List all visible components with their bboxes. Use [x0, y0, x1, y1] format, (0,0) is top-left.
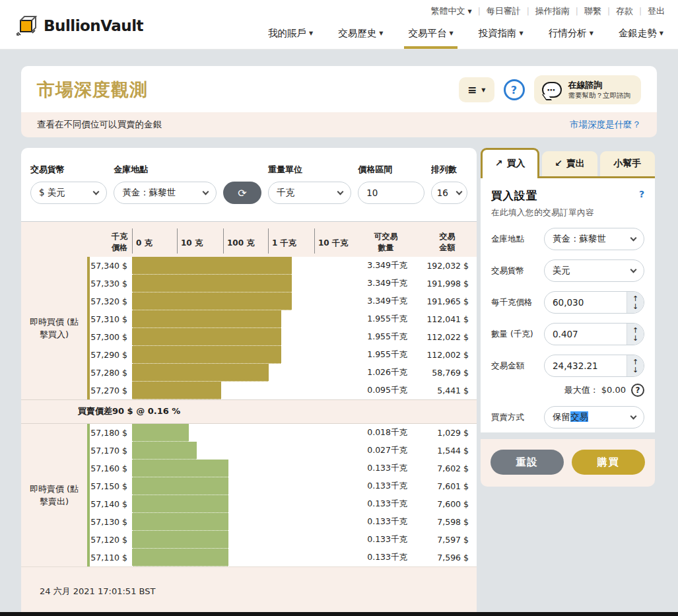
row-price: 57,150 $	[90, 481, 132, 491]
refresh-button[interactable]: ⟳	[223, 182, 261, 204]
row-price: 57,280 $	[90, 368, 132, 378]
vault-select[interactable]: 黃金：蘇黎世	[114, 182, 217, 204]
stepper-up-icon[interactable]: ↑	[632, 327, 638, 334]
utility-link-5[interactable]: 存款	[616, 5, 633, 17]
weight-unit-select[interactable]: 千克	[268, 182, 351, 204]
row-quantity: 0.095千克	[358, 385, 421, 396]
row-quantity: 1.955千克	[358, 331, 421, 343]
depth-bar	[132, 531, 228, 549]
nav-item-3[interactable]: 交易平台▼	[407, 22, 454, 49]
depth-bar	[132, 257, 292, 275]
amount-stepper[interactable]: ↑ ↓	[627, 355, 644, 376]
bar-area	[132, 495, 358, 513]
row-amount: 192,032 $	[421, 261, 477, 271]
max-value-help-button[interactable]: ?	[631, 384, 644, 397]
bar-area	[132, 257, 358, 275]
row-quantity: 3.349千克	[358, 278, 421, 289]
form-amount-label: 交易金額	[491, 360, 544, 372]
depth-row[interactable]: 57,320 $3.349千克191,965 $	[90, 292, 477, 310]
bar-area	[132, 513, 358, 531]
site-header: BullionVault 繁體中文▼|每日審計|操作指南|聯繫|存款|登出 我的…	[0, 0, 678, 50]
bar-area	[132, 346, 358, 364]
currency-select[interactable]: $ 美元	[30, 182, 107, 204]
depth-row[interactable]: 57,140 $0.133千克7,600 $	[90, 495, 477, 513]
trade-amount-input[interactable]	[545, 355, 627, 376]
depth-row[interactable]: 57,300 $1.955千克112,022 $	[90, 328, 477, 346]
stepper-up-icon[interactable]: ↑	[632, 295, 638, 302]
buy-button[interactable]: 購買	[572, 450, 645, 475]
reset-button[interactable]: 重設	[491, 450, 564, 475]
stepper-down-icon[interactable]: ↓	[632, 303, 638, 310]
form-method-label: 買賣方式	[491, 412, 544, 423]
price-interval-input[interactable]	[358, 182, 424, 204]
tab-helper[interactable]: 小幫手	[600, 151, 655, 176]
nav-item-2[interactable]: 交易歷史▼	[337, 22, 384, 49]
page-help-button[interactable]: ?	[504, 79, 525, 100]
nav-item-5[interactable]: 行情分析▼	[547, 22, 595, 49]
chevron-down-icon	[93, 189, 100, 195]
utility-link-2[interactable]: 每日審計	[487, 5, 521, 17]
sell-section-label: 即時賣價 (點擊賣出)	[21, 424, 87, 566]
weight-unit-filter-label: 重量單位	[268, 164, 351, 176]
depth-row[interactable]: 57,180 $0.018千克1,029 $	[90, 424, 477, 442]
depth-row[interactable]: 57,330 $3.349千克191,998 $	[90, 275, 477, 292]
row-amount: 112,022 $	[421, 332, 477, 342]
rows-count-select[interactable]: 16	[431, 182, 467, 204]
depth-row[interactable]: 57,290 $1.955千克112,002 $	[90, 346, 477, 364]
currency-filter-label: 交易貨幣	[30, 164, 107, 176]
nav-item-4[interactable]: 投資指南▼	[477, 22, 525, 49]
depth-row[interactable]: 57,280 $1.026千克58,769 $	[90, 364, 477, 382]
depth-row[interactable]: 57,130 $0.133千克7,598 $	[90, 513, 477, 531]
row-quantity: 3.349千克	[358, 260, 421, 271]
depth-row[interactable]: 57,170 $0.027千克1,544 $	[90, 442, 477, 460]
bar-area	[132, 292, 358, 310]
row-price: 57,160 $	[90, 463, 132, 473]
scale-tick: 1 千克	[268, 228, 296, 254]
scale-tick: 10 克	[177, 228, 203, 254]
depth-row[interactable]: 57,270 $0.095千克5,441 $	[90, 382, 477, 399]
depth-row[interactable]: 57,340 $3.349千克192,032 $	[90, 257, 477, 275]
max-value-note: 最大值： $0.00	[564, 384, 626, 396]
depth-row[interactable]: 57,160 $0.133千克7,602 $	[90, 460, 477, 477]
bullionvault-logo[interactable]: BullionVault	[16, 15, 143, 37]
row-amount: 7,596 $	[421, 553, 477, 563]
order-panel: ↗買入↙賣出小幫手 買入設置 ? 在此填入您的交易訂單內容 金庫地點 黃金：蘇黎…	[481, 148, 655, 487]
bar-area	[132, 275, 358, 292]
bar-area	[132, 382, 358, 399]
order-method-select[interactable]: 保留交易	[544, 406, 644, 428]
tab-buy[interactable]: ↗買入	[481, 148, 539, 178]
stepper-down-icon[interactable]: ↓	[632, 366, 638, 374]
stepper-down-icon[interactable]: ↓	[632, 335, 638, 342]
depth-row[interactable]: 57,310 $1.955千克112,041 $	[90, 310, 477, 328]
order-form-help-link[interactable]: ?	[639, 189, 644, 199]
nav-item-6[interactable]: 金銀走勢▼	[617, 22, 665, 49]
row-price: 57,120 $	[90, 535, 132, 545]
utility-link-1[interactable]: 繁體中文▼	[431, 5, 472, 17]
quantity-input[interactable]	[545, 324, 627, 345]
scale-tick: 100 克	[223, 228, 254, 254]
what-is-market-depth-link[interactable]: 市場深度是什麼？	[570, 119, 641, 131]
price-per-kg-input[interactable]	[545, 292, 627, 313]
depth-bar	[132, 460, 228, 477]
form-currency-select[interactable]: 美元	[544, 259, 644, 282]
caret-down-icon: ▼	[481, 87, 485, 93]
depth-row[interactable]: 57,120 $0.133千克7,597 $	[90, 531, 477, 549]
depth-row[interactable]: 57,150 $0.133千克7,601 $	[90, 477, 477, 495]
row-price: 57,110 $	[90, 553, 132, 563]
utility-link-3[interactable]: 操作指南	[535, 5, 570, 17]
live-chat-button[interactable]: ⋯ 在線諮詢 需要幫助？立即諮詢	[534, 75, 642, 104]
price-stepper[interactable]: ↑ ↓	[627, 292, 644, 313]
tab-sell[interactable]: ↙賣出	[542, 151, 597, 176]
refresh-icon: ⟳	[238, 187, 246, 199]
chevron-down-icon	[630, 267, 637, 273]
row-price: 57,180 $	[90, 428, 132, 438]
depth-bar	[132, 275, 292, 292]
stepper-up-icon[interactable]: ↑	[632, 359, 638, 366]
nav-item-1[interactable]: 我的賬戶▼	[267, 22, 314, 49]
depth-row[interactable]: 57,110 $0.133千克7,596 $	[90, 549, 477, 566]
utility-link-4[interactable]: 聯繫	[584, 5, 601, 17]
page-menu-button[interactable]: ≡ ▼	[459, 77, 494, 102]
quantity-stepper[interactable]: ↑ ↓	[627, 324, 644, 345]
utility-link-6[interactable]: 登出	[648, 5, 665, 17]
form-vault-select[interactable]: 黃金：蘇黎世	[544, 228, 644, 250]
